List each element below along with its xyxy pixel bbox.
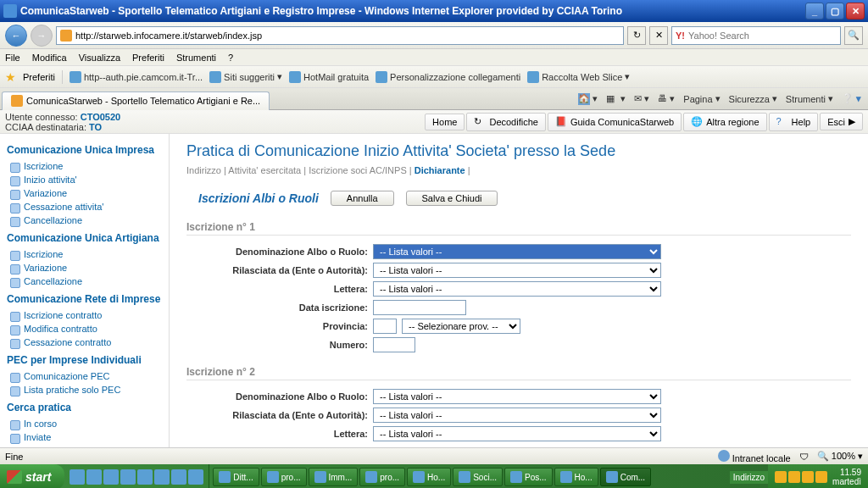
mail-button[interactable]: ✉ ▾ [634, 93, 649, 104]
quicklaunch-icon[interactable] [188, 469, 203, 485]
sidebar-item[interactable]: Inizio attivita' [10, 173, 162, 186]
sidebar-item[interactable]: Cessazione contratto [10, 336, 162, 349]
yahoo-icon: Y! [676, 30, 685, 41]
sidebar-item[interactable]: Lista pratiche solo PEC [10, 383, 162, 396]
quicklaunch-icon[interactable] [103, 469, 119, 485]
input-numero-1[interactable] [373, 337, 415, 352]
search-box[interactable]: Y! [671, 26, 841, 45]
select-denominazione-1[interactable]: -- Lista valori -- [373, 244, 661, 259]
salva-chiudi-button[interactable]: Salva e Chiudi [406, 191, 498, 206]
input-data-1[interactable] [373, 300, 466, 315]
sidebar-item[interactable]: In corso [10, 417, 162, 430]
sidebar-item[interactable]: Iscrizione contratto [10, 308, 162, 322]
status-bar: Fine Intranet locale 🛡 🔍 100% ▾ [0, 447, 868, 464]
tray-icon[interactable] [788, 471, 800, 483]
clock[interactable]: 11.59martedì [832, 468, 861, 486]
select-denominazione-2[interactable]: -- Lista valori -- [373, 389, 661, 404]
zoom-level[interactable]: 🔍 100% ▾ [817, 451, 863, 462]
menu-favorites[interactable]: Preferiti [132, 53, 164, 63]
taskbar-item[interactable]: pro... [261, 468, 307, 486]
browser-tab[interactable]: ComunicaStarweb - Sportello Telematico A… [2, 92, 270, 110]
search-input[interactable] [688, 30, 837, 41]
sidebar-item[interactable]: Inviate [10, 430, 162, 444]
help-icon-button[interactable]: ❔ ▾ [842, 93, 861, 104]
quicklaunch-icon[interactable] [86, 469, 102, 485]
close-button[interactable]: ✕ [846, 3, 865, 19]
taskbar-item[interactable]: Soci... [453, 468, 503, 486]
fav-link[interactable]: Siti suggeriti ▾ [209, 71, 282, 83]
home-icon-button[interactable]: 🏠 ▾ [578, 93, 598, 105]
taskbar-item[interactable]: Ho... [407, 468, 451, 486]
sidebar-item[interactable]: Cancellazione [10, 214, 162, 227]
menu-tools[interactable]: Strumenti [176, 53, 216, 63]
breadcrumb-link[interactable]: Attivita' esercitata [228, 165, 301, 175]
tools-menu[interactable]: Strumenti ▾ [786, 93, 833, 104]
menu-edit[interactable]: Modifica [32, 53, 67, 63]
sidebar-item[interactable]: Variazione [10, 261, 162, 274]
feeds-button[interactable]: ▦ ▾ [606, 93, 626, 105]
select-rilasciata-2[interactable]: -- Lista valori -- [373, 408, 661, 423]
quicklaunch-icon[interactable] [137, 469, 153, 485]
esci-button[interactable]: Esci ▶ [820, 113, 863, 130]
input-prov-code-1[interactable] [373, 319, 397, 334]
favorites-label[interactable]: Preferiti [23, 72, 55, 82]
fav-link[interactable]: http--auth.pie.camcom.it-Tr... [70, 71, 203, 83]
menu-view[interactable]: Visualizza [79, 53, 120, 63]
taskbar-item[interactable]: Pos... [504, 468, 553, 486]
globe-icon: 🌐 [691, 116, 703, 128]
sidebar-item[interactable]: Cessazione attivita' [10, 200, 162, 214]
sidebar-item[interactable]: Comunicazione PEC [10, 369, 162, 383]
guida-button[interactable]: 📕Guida ComunicaStarweb [548, 113, 682, 131]
forward-button[interactable]: → [31, 25, 53, 47]
favorites-star-icon[interactable]: ★ [5, 70, 16, 84]
stop-button[interactable]: ✕ [649, 26, 668, 45]
search-go-button[interactable]: 🔍 [844, 26, 863, 45]
fav-link[interactable]: HotMail gratuita [289, 71, 369, 83]
minimize-button[interactable]: _ [805, 3, 824, 19]
security-menu[interactable]: Sicurezza ▾ [729, 93, 777, 104]
help-button[interactable]: ?Help [769, 113, 819, 131]
fav-link[interactable]: Raccolta Web Slice ▾ [527, 71, 630, 83]
url-input[interactable] [75, 30, 620, 41]
quicklaunch-icon[interactable] [70, 469, 85, 485]
tray-icon[interactable] [815, 471, 827, 483]
sidebar-item[interactable]: Iscrizione [10, 247, 162, 261]
print-button[interactable]: 🖶 ▾ [658, 93, 675, 104]
menu-help[interactable]: ? [228, 53, 233, 63]
sidebar-item[interactable]: Modifica contratto [10, 322, 162, 336]
page-menu[interactable]: Pagina ▾ [683, 93, 720, 104]
tray-icon[interactable] [802, 471, 814, 483]
taskbar-item[interactable]: Ho... [554, 468, 598, 486]
select-rilasciata-1[interactable]: -- Lista valori -- [373, 263, 661, 278]
taskbar-item[interactable]: pro... [359, 468, 405, 486]
start-button[interactable]: start [0, 464, 64, 488]
tray-icon[interactable] [775, 471, 787, 483]
select-lettera-1[interactable]: -- Lista valori -- [373, 281, 661, 297]
maximize-button[interactable]: ▢ [826, 3, 844, 19]
quicklaunch-icon[interactable] [171, 469, 186, 485]
annulla-button[interactable]: Annulla [331, 191, 394, 206]
subsection-title: Iscrizione n° 2 [186, 366, 851, 380]
menu-file[interactable]: File [5, 53, 20, 63]
quicklaunch-icon[interactable] [154, 469, 170, 485]
taskbar-item[interactable]: Imm... [309, 468, 359, 486]
sidebar-item[interactable]: Iscrizione [10, 159, 162, 173]
breadcrumb-link[interactable]: Indirizzo [186, 165, 221, 175]
home-button[interactable]: Home [425, 114, 465, 130]
breadcrumb-link[interactable]: Iscrizione soci AC/INPS [309, 165, 407, 175]
taskbar-item[interactable]: Ditt... [213, 468, 259, 486]
quicklaunch-icon[interactable] [120, 469, 136, 485]
back-button[interactable]: ← [5, 25, 27, 47]
site-icon [60, 30, 72, 42]
select-lettera-2[interactable]: -- Lista valori -- [373, 426, 661, 441]
select-provincia-1[interactable]: -- Selezionare prov. -- [402, 319, 520, 334]
altra-regione-button[interactable]: 🌐Altra regione [683, 113, 766, 131]
refresh-button[interactable]: ↻ [627, 26, 646, 45]
language-indicator[interactable]: Indirizzo [730, 471, 768, 484]
sidebar-item[interactable]: Cancellazione [10, 274, 162, 288]
address-bar[interactable] [56, 26, 624, 45]
sidebar-item[interactable]: Variazione [10, 186, 162, 200]
taskbar-item-active[interactable]: Com... [600, 468, 651, 486]
fav-link[interactable]: Personalizzazione collegamenti [376, 71, 520, 83]
decodifiche-button[interactable]: ↻Decodifiche [466, 113, 545, 131]
